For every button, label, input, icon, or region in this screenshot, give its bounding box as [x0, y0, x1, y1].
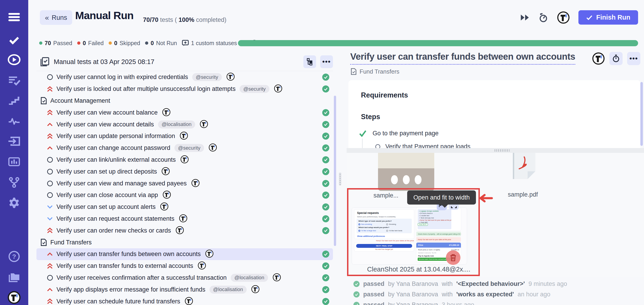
detail-source-badge[interactable]	[592, 52, 605, 65]
test-row[interactable]: Verify user can view account details @lo…	[36, 118, 333, 130]
attachment-image-thumbnail[interactable]	[378, 153, 434, 191]
test-source-badge[interactable]	[251, 285, 260, 294]
play-run-icon[interactable]	[0, 53, 28, 66]
steps-attachments-splitter[interactable]	[346, 148, 644, 153]
detail-scrollbar[interactable]	[640, 82, 643, 146]
test-tag[interactable]: @localisation	[231, 274, 268, 282]
test-row[interactable]: Verify user can view and manage saved pa…	[36, 178, 333, 189]
test-row[interactable]: Verify user can link/unlink external acc…	[36, 154, 333, 166]
help-icon[interactable]: ?	[0, 250, 28, 263]
passed-status-icon	[322, 192, 329, 199]
timer-retry-icon[interactable]	[538, 12, 548, 22]
test-row[interactable]: Verify app displays error message for in…	[36, 284, 333, 296]
suite-file-icon	[40, 97, 47, 104]
finish-run-button[interactable]: Finish Run	[578, 10, 638, 24]
test-source-badge[interactable]	[205, 250, 214, 259]
list-more-button[interactable]: •••	[320, 55, 333, 68]
breadcrumb[interactable]: Fund Transfers	[351, 68, 400, 75]
test-row[interactable]: Verify user cannot log in with expired c…	[36, 71, 333, 83]
attachment-pdf-label: sample.pdf	[508, 191, 538, 198]
import-icon[interactable]	[0, 135, 28, 148]
svg-text:?: ?	[12, 253, 16, 260]
test-tag[interactable]: @localisation	[210, 286, 246, 294]
test-source-badge[interactable]	[274, 84, 282, 94]
test-row[interactable]: Verify user can request account statemen…	[36, 213, 333, 225]
priority-icon	[47, 74, 53, 80]
test-row[interactable]: Verify user can update personal informat…	[36, 130, 333, 142]
test-source-badge[interactable]	[208, 143, 217, 152]
test-row[interactable]: Verify user can close account via app	[36, 189, 333, 201]
steps-icon[interactable]	[0, 94, 28, 107]
test-source-badge[interactable]	[200, 120, 208, 129]
run-logo-icon[interactable]	[557, 11, 570, 24]
test-row[interactable]: Verify user can transfer funds to extern…	[36, 260, 333, 272]
test-source-badge[interactable]	[162, 108, 170, 117]
test-source-badge[interactable]	[160, 202, 168, 212]
test-source-badge[interactable]	[176, 226, 184, 235]
test-cases-icon[interactable]	[0, 74, 28, 87]
passed-status-icon	[322, 262, 329, 270]
stat-failed[interactable]: 0Failed	[77, 40, 104, 46]
test-list-scrollbar[interactable]	[334, 96, 336, 246]
test-row[interactable]: Verify user is locked out after multiple…	[36, 83, 333, 95]
test-source-badge[interactable]	[272, 273, 281, 282]
custom-statuses-label: 1 custom statuses	[191, 40, 237, 46]
priority-icon	[47, 109, 53, 116]
priority-icon	[47, 204, 53, 210]
attachment-pdf-thumbnail[interactable]	[513, 153, 536, 179]
custom-statuses-dropdown[interactable]: 1 custom statuses	[182, 40, 244, 46]
suite-section-row[interactable]: Fund Transfers	[36, 236, 333, 248]
test-tag[interactable]: @localisation	[158, 120, 195, 128]
test-tag[interactable]: @security	[192, 73, 222, 81]
stat-skipped[interactable]: 0Skipped	[108, 40, 140, 46]
projects-icon[interactable]	[0, 270, 28, 283]
brand-logo-icon[interactable]	[0, 291, 28, 304]
runs-check-icon[interactable]	[0, 34, 28, 46]
test-title: Verify user can request account statemen…	[56, 215, 174, 222]
test-tag[interactable]: @security	[174, 144, 204, 152]
test-row[interactable]: Verify user can view account balance	[36, 106, 333, 118]
test-source-badge[interactable]	[180, 132, 188, 141]
test-row[interactable]: Verify user can change account password …	[36, 142, 333, 154]
menu-icon[interactable]	[0, 11, 28, 24]
steps-heading: Steps	[361, 113, 380, 121]
test-row[interactable]: Verify user can schedule future fund tra…	[36, 296, 333, 305]
test-row[interactable]: Verify user can order new checks or card…	[36, 224, 333, 236]
detail-timer-button[interactable]	[610, 52, 622, 65]
fast-forward-icon[interactable]	[520, 14, 530, 22]
step-row[interactable]: Go to the payment page	[359, 130, 438, 137]
test-source-badge[interactable]	[179, 214, 188, 224]
detail-more-button[interactable]: •••	[627, 52, 640, 65]
stat-notrun[interactable]: 0Not Run	[145, 40, 177, 46]
test-row[interactable]: Verify user can transfer funds between o…	[36, 248, 333, 260]
priority-icon	[47, 216, 53, 222]
suite-section-row[interactable]: Account Management	[36, 95, 333, 107]
stat-passed[interactable]: 70Passed	[39, 40, 72, 46]
back-to-runs-button[interactable]: « Runs	[40, 10, 72, 25]
test-source-badge[interactable]	[180, 155, 189, 164]
priority-icon	[47, 145, 53, 151]
test-row[interactable]: Verify user can set up account alerts	[36, 201, 333, 213]
pulse-icon[interactable]	[0, 115, 28, 128]
divider	[36, 71, 333, 71]
group-by-suite-button[interactable]	[303, 55, 316, 68]
analytics-icon[interactable]	[0, 155, 28, 168]
test-source-badge[interactable]	[162, 190, 171, 200]
branches-icon[interactable]	[0, 176, 28, 188]
test-source-badge[interactable]	[162, 167, 170, 176]
test-source-badge[interactable]	[185, 297, 193, 305]
test-source-badge[interactable]	[226, 72, 235, 82]
settings-gear-icon[interactable]	[0, 196, 28, 209]
test-tag[interactable]: @security	[240, 85, 269, 93]
priority-icon	[47, 192, 53, 198]
priority-icon	[47, 298, 53, 304]
test-title: Verify user can view account details	[56, 121, 154, 128]
requirements-heading: Requirements	[361, 91, 408, 99]
test-row[interactable]: Verify user receives confirmation after …	[36, 272, 333, 284]
test-source-badge[interactable]	[198, 261, 206, 270]
delete-attachment-button[interactable]	[446, 250, 460, 265]
test-source-badge[interactable]	[191, 179, 200, 188]
test-row[interactable]: Verify user can set up direct deposits	[36, 166, 333, 178]
test-detail-title[interactable]: Verify user can transfer funds between o…	[350, 52, 575, 65]
panel-resize-handle[interactable]	[339, 172, 341, 186]
